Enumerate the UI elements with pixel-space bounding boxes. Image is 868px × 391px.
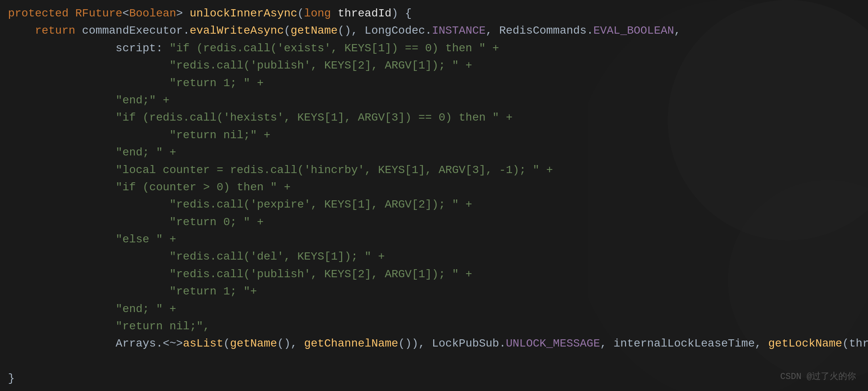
watermark-text: CSDN @过了火的你 xyxy=(780,370,856,384)
code-token: . xyxy=(499,337,506,350)
code-token: "redis.call('del', KEYS[1]); " + xyxy=(169,250,385,263)
code-line-21 xyxy=(8,353,868,370)
code-line-9: "end; " + xyxy=(8,144,868,161)
code-line-10: "local counter = redis.call('hincrby', K… xyxy=(8,161,868,179)
code-line-19: "return nil;", xyxy=(8,318,868,335)
code-token: ( xyxy=(284,24,291,37)
code-line-6: "end;" + xyxy=(8,92,868,109)
code-token: return xyxy=(8,24,82,37)
code-token xyxy=(8,59,169,72)
code-token: unlockInnerAsync xyxy=(190,7,297,20)
code-token: "if (redis.call('hexists', KEYS[1], ARGV… xyxy=(116,111,512,124)
code-token: INSTANCE xyxy=(432,24,486,37)
code-token xyxy=(8,94,116,107)
code-line-3: script: "if (redis.call('exists', KEYS[1… xyxy=(8,40,868,57)
code-token: } xyxy=(8,372,15,385)
code-line-2: return commandExecutor.evalWriteAsync(ge… xyxy=(8,22,868,39)
code-token: . xyxy=(587,24,593,37)
code-token: . xyxy=(425,24,432,37)
code-line-8: "return nil;" + xyxy=(8,127,868,144)
code-token: .<~> xyxy=(156,337,183,350)
code-container: protected RFuture<Boolean> unlockInnerAs… xyxy=(0,0,868,391)
code-token: getLockName xyxy=(768,337,842,350)
code-token: "return 1; " + xyxy=(169,77,263,89)
code-token: , xyxy=(755,337,768,350)
code-line-7: "if (redis.call('hexists', KEYS[1], ARGV… xyxy=(8,109,868,126)
code-token: "return 0; " + xyxy=(169,216,263,228)
code-token: Arrays xyxy=(116,337,156,350)
code-line-18: "end; " + xyxy=(8,300,868,318)
code-block: protected RFuture<Boolean> unlockInnerAs… xyxy=(8,5,868,387)
code-token: "return 1; "+ xyxy=(169,285,257,298)
code-token: (), xyxy=(277,337,304,350)
code-token: script: xyxy=(8,42,169,54)
code-token: "return nil;", xyxy=(116,320,210,333)
code-token: UNLOCK_MESSAGE xyxy=(506,337,600,350)
code-token: Boolean xyxy=(129,7,176,20)
code-token: (), xyxy=(338,24,364,37)
code-token: > xyxy=(176,7,190,20)
code-token: LockPubSub xyxy=(432,337,499,350)
code-token: RFuture xyxy=(75,7,123,20)
code-token xyxy=(8,250,169,263)
code-line-22: } xyxy=(8,370,868,387)
code-line-16: "redis.call('publish', KEYS[2], ARGV[1])… xyxy=(8,266,868,283)
code-token: "return nil;" + xyxy=(169,129,270,141)
code-token: . xyxy=(183,24,190,37)
code-token: , xyxy=(674,24,681,37)
code-token xyxy=(8,164,116,176)
code-line-5: "return 1; " + xyxy=(8,75,868,92)
code-line-15: "redis.call('del', KEYS[1]); " + xyxy=(8,248,868,265)
code-token xyxy=(8,337,116,350)
code-token: < xyxy=(123,7,129,20)
code-token xyxy=(8,181,116,193)
code-line-12: "redis.call('pexpire', KEYS[1], ARGV[2])… xyxy=(8,196,868,213)
code-token xyxy=(8,320,116,333)
code-token: (threadId)); xyxy=(842,337,868,350)
code-line-17: "return 1; "+ xyxy=(8,283,868,300)
code-token xyxy=(8,216,169,228)
code-token: threadId xyxy=(338,7,391,20)
code-token: "end; " + xyxy=(116,146,176,159)
code-token xyxy=(8,77,169,89)
code-token: getName xyxy=(230,337,277,350)
code-token: getName xyxy=(291,24,338,37)
code-token: commandExecutor xyxy=(82,24,183,37)
code-token: , xyxy=(600,337,614,350)
code-token: "redis.call('publish', KEYS[2], ARGV[1])… xyxy=(169,59,472,72)
code-token: ) { xyxy=(392,7,412,20)
code-token: "redis.call('pexpire', KEYS[1], ARGV[2])… xyxy=(169,198,472,211)
code-token: "if (counter > 0) then " + xyxy=(116,181,291,193)
code-token: ( xyxy=(297,7,304,20)
code-token xyxy=(8,111,116,124)
code-token: RedisCommands xyxy=(499,24,587,37)
code-line-13: "return 0; " + xyxy=(8,214,868,231)
code-line-1: protected RFuture<Boolean> unlockInnerAs… xyxy=(8,5,868,22)
code-token: ( xyxy=(223,337,230,350)
code-line-14: "else " + xyxy=(8,231,868,248)
code-token: "end; " + xyxy=(116,303,176,315)
code-token: EVAL_BOOLEAN xyxy=(593,24,674,37)
code-token: internalLockLeaseTime xyxy=(613,337,755,350)
code-token: "else " + xyxy=(116,233,176,246)
code-token: asList xyxy=(183,337,223,350)
code-token: "redis.call('publish', KEYS[2], ARGV[1])… xyxy=(169,268,472,280)
code-token: , xyxy=(486,24,499,37)
code-token xyxy=(8,129,169,141)
code-token: ()), xyxy=(398,337,432,350)
code-token: getChannelName xyxy=(304,337,398,350)
code-token xyxy=(8,303,116,315)
code-token: LongCodec xyxy=(365,24,425,37)
code-token: "local counter = redis.call('hincrby', K… xyxy=(116,164,553,176)
code-line-4: "redis.call('publish', KEYS[2], ARGV[1])… xyxy=(8,57,868,74)
code-token xyxy=(8,146,116,159)
code-token: long xyxy=(304,7,338,20)
code-line-20: Arrays.<~>asList(getName(), getChannelNa… xyxy=(8,335,868,352)
code-token xyxy=(8,268,169,280)
code-token: "if (redis.call('exists', KEYS[1]) == 0)… xyxy=(169,42,499,54)
code-token xyxy=(8,198,169,211)
code-token: evalWriteAsync xyxy=(190,24,284,37)
code-token: "end;" + xyxy=(116,94,169,107)
code-token: protected xyxy=(8,7,75,20)
code-line-11: "if (counter > 0) then " + xyxy=(8,179,868,196)
